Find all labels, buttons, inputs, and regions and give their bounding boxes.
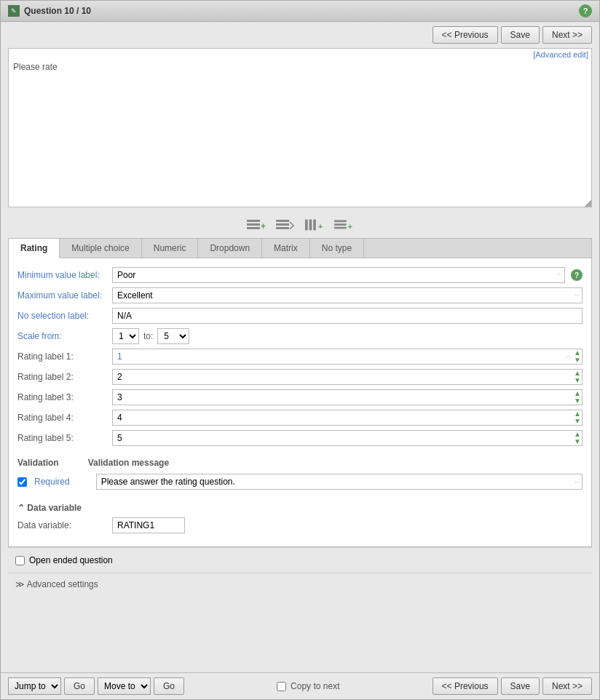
svg-rect-6 [276, 227, 289, 229]
top-toolbar: << Previous Save Next >> [1, 22, 599, 48]
svg-rect-12 [334, 223, 347, 226]
rating-3-down[interactable]: ▼ [574, 397, 581, 405]
rating-2-down[interactable]: ▼ [574, 377, 581, 384]
advanced-edit-link[interactable]: [Advanced edit] [9, 49, 591, 59]
rating-label-3-label: Rating label 3: [17, 392, 112, 402]
top-save-button[interactable]: Save [501, 26, 540, 44]
svg-rect-5 [276, 223, 289, 226]
validation-message-wrapper: ··· [96, 474, 583, 490]
max-dots: ··· [575, 293, 580, 298]
rating-label-1-wrapper: ··· ▲ ▼ [112, 349, 583, 365]
tab-multiple-choice[interactable]: Multiple choice [60, 239, 141, 258]
bottom-right-controls: << Previous Save Next >> [433, 677, 592, 695]
tab-dropdown[interactable]: Dropdown [198, 239, 262, 258]
rating-label-5-row: Rating label 5: ▲ ▼ [17, 430, 583, 446]
data-variable-input[interactable] [112, 517, 185, 533]
rating-label-3-wrapper: ▲ ▼ [112, 389, 583, 405]
scale-from-row: Scale from: 123 to: 345678910 [17, 328, 583, 344]
window-title: Question 10 / 10 [24, 6, 91, 16]
min-value-row: Minimum value label: ··· ? [17, 267, 583, 283]
rating-label-2-input[interactable] [112, 369, 583, 385]
svg-text:+: + [348, 222, 353, 231]
svg-rect-11 [334, 220, 347, 222]
open-ended-row: Open ended question [8, 547, 592, 573]
rating-label-1-input[interactable] [112, 349, 583, 365]
data-variable-section: ⌃ Data variable [17, 503, 583, 513]
no-selection-row: No selection label: [17, 308, 583, 324]
rating-5-down[interactable]: ▼ [574, 438, 581, 445]
title-help-icon[interactable]: ? [579, 4, 592, 17]
validation-title: Validation [17, 458, 59, 468]
svg-text:+: + [261, 221, 266, 231]
resize-handle[interactable] [583, 198, 591, 207]
bottom-bar: Jump to Go Move to Go Copy to next << Pr… [1, 672, 599, 699]
rating-4-down[interactable]: ▼ [574, 418, 581, 425]
data-variable-title: ⌃ Data variable [17, 503, 82, 513]
rating-label-2-row: Rating label 2: ▲ ▼ [17, 369, 583, 385]
jump-to-select[interactable]: Jump to [8, 677, 61, 695]
rating-label-2-label: Rating label 2: [17, 372, 112, 382]
min-value-wrapper: ··· [112, 267, 565, 283]
rating-label-4-input[interactable] [112, 410, 583, 426]
question-textarea[interactable]: Please rate [9, 59, 591, 204]
no-selection-label: No selection label: [17, 311, 112, 321]
bottom-next-button[interactable]: Next >> [542, 677, 592, 695]
svg-rect-9 [313, 220, 316, 231]
max-value-label: Maximum value label: [17, 290, 112, 301]
tab-matrix[interactable]: Matrix [262, 239, 310, 258]
data-variable-label: Data variable: [17, 520, 112, 530]
advanced-settings-label[interactable]: ≫ Advanced settings [15, 579, 98, 589]
edit-button[interactable] [274, 216, 297, 234]
rating-5-sort: ▲ ▼ [574, 430, 581, 446]
scale-from-select[interactable]: 123 [112, 328, 139, 344]
top-next-button[interactable]: Next >> [542, 26, 592, 44]
rating-label-1-row: Rating label 1: ··· ▲ ▼ [17, 349, 583, 365]
scale-to-select[interactable]: 345678910 [157, 328, 189, 344]
bottom-left-controls: Jump to Go Move to Go [8, 677, 184, 695]
rating-label-5-wrapper: ▲ ▼ [112, 430, 583, 446]
open-ended-checkbox[interactable] [15, 556, 25, 565]
rating-1-sort: ▲ ▼ [574, 349, 581, 365]
jump-to-go-button[interactable]: Go [64, 677, 95, 695]
editor-toolbar: + + [8, 212, 592, 238]
form-help-icon[interactable]: ? [571, 269, 583, 281]
validation-message-input[interactable] [96, 474, 583, 490]
validation-message-title: Validation message [88, 458, 169, 468]
rating-label-4-row: Rating label 4: ▲ ▼ [17, 410, 583, 426]
type-tabs: Rating Multiple choice Numeric Dropdown … [8, 238, 592, 258]
rating-1-down[interactable]: ▼ [574, 357, 581, 364]
tab-no-type[interactable]: No type [310, 239, 364, 258]
copy-to-next-label: Copy to next [291, 681, 339, 691]
scale-from-label: Scale from: [17, 331, 112, 341]
copy-to-next-checkbox[interactable] [277, 682, 286, 691]
bottom-previous-button[interactable]: << Previous [433, 677, 498, 695]
rating-label-3-input[interactable] [112, 389, 583, 405]
max-value-input[interactable] [112, 287, 583, 303]
data-variable-row: Data variable: [17, 517, 583, 533]
tab-rating[interactable]: Rating [9, 239, 60, 258]
tab-numeric[interactable]: Numeric [142, 239, 199, 258]
top-previous-button[interactable]: << Previous [433, 26, 498, 44]
rating-label-5-input[interactable] [112, 430, 583, 446]
bottom-save-button[interactable]: Save [501, 677, 540, 695]
svg-rect-1 [247, 223, 260, 226]
move-to-go-button[interactable]: Go [154, 677, 184, 695]
add-rows-button[interactable]: + [245, 216, 268, 234]
min-value-input[interactable] [112, 267, 565, 283]
add-columns-button[interactable]: + [303, 216, 326, 234]
svg-rect-8 [309, 220, 312, 231]
rating-label-5-label: Rating label 5: [17, 433, 112, 443]
rating-label-4-label: Rating label 4: [17, 413, 112, 423]
svg-rect-2 [247, 227, 260, 229]
svg-rect-4 [276, 220, 289, 222]
min-dots: ··· [557, 272, 562, 278]
rating-2-sort: ▲ ▼ [574, 369, 581, 385]
required-checkbox[interactable] [17, 477, 27, 487]
move-to-select[interactable]: Move to [98, 677, 151, 695]
rating-label-4-wrapper: ▲ ▼ [112, 410, 583, 426]
add-list-button[interactable]: + [332, 216, 355, 234]
rating-label-3-row: Rating label 3: ▲ ▼ [17, 389, 583, 405]
validation-header: Validation Validation message [17, 458, 583, 468]
no-selection-input[interactable] [112, 308, 583, 324]
max-value-row: Maximum value label: ··· [17, 287, 583, 303]
